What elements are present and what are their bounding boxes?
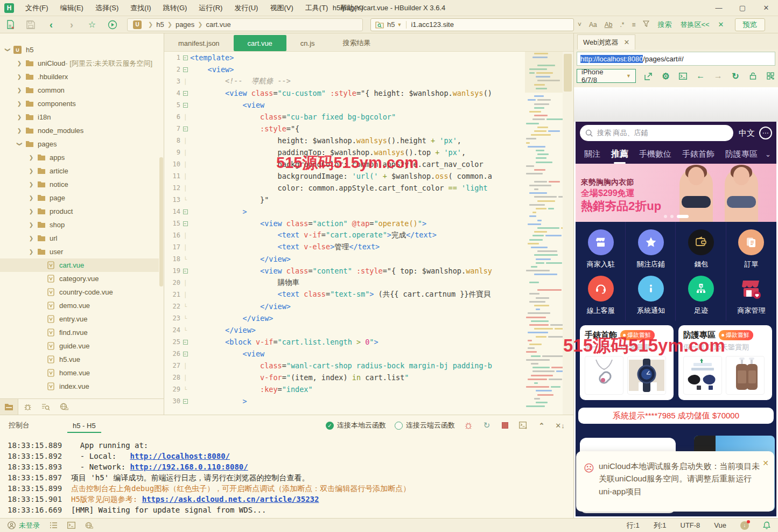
code-area[interactable]: 1−<template>2− <view>3│ <!-- 導航條 -->4− <… xyxy=(164,52,525,415)
app-nav-tab-手錶首飾[interactable]: 手錶首飾 xyxy=(682,149,714,159)
line-number[interactable]: 5 xyxy=(164,101,180,109)
code-line[interactable]: 15− <view class="action" @tap="operate()… xyxy=(164,218,525,229)
browser-tab[interactable]: Web浏览器 ✕ xyxy=(577,34,635,50)
code-line[interactable]: 18└ </view> xyxy=(164,253,525,265)
nav-expand-chevron-icon[interactable]: ⌄ xyxy=(765,150,773,158)
fold-marker-icon[interactable]: − xyxy=(180,127,190,131)
code-line[interactable]: 8│ height: $wanlshop.wanlsys().height + … xyxy=(164,135,525,146)
close-tab-icon[interactable]: ✕ xyxy=(624,38,630,46)
grid-item-系統通知[interactable]: 系統通知 xyxy=(626,276,676,316)
tree-item-article[interactable]: ❯article xyxy=(0,164,159,178)
refresh-icon[interactable]: ↻ xyxy=(731,71,740,81)
replace-area-button[interactable]: 替换区<< xyxy=(680,20,709,30)
code-line[interactable]: 5− <view xyxy=(164,99,525,111)
browser-forward-icon[interactable]: → xyxy=(713,71,723,81)
debug-bug-icon[interactable] xyxy=(464,421,473,430)
product-thumb-bottles[interactable] xyxy=(726,356,765,395)
tree-chevron-icon[interactable]: ❯ xyxy=(28,222,34,228)
grid-item-錢包[interactable]: 錢包 xyxy=(676,229,726,269)
line-number[interactable]: 11 xyxy=(164,172,180,180)
stop-icon[interactable] xyxy=(500,421,510,430)
collapse-find-icon[interactable]: ˅ xyxy=(578,21,581,29)
line-number[interactable]: 20 xyxy=(164,279,180,286)
tree-item-user[interactable]: ❯user xyxy=(0,245,159,258)
tree-item-i18n[interactable]: ❯i18n xyxy=(0,110,159,124)
tree-chevron-icon[interactable]: ❯ xyxy=(16,60,23,66)
line-number[interactable]: 24 xyxy=(164,326,180,334)
close-button[interactable]: ✕ xyxy=(754,0,778,16)
match-case-icon[interactable]: Aa xyxy=(589,21,597,29)
terminal-status-icon[interactable] xyxy=(67,522,75,529)
line-number[interactable]: 8 xyxy=(164,137,180,144)
code-line[interactable]: 25− <block v-if="cart.list.length > 0"> xyxy=(164,336,525,348)
clear-console-icon[interactable]: ✕↓ xyxy=(555,421,565,430)
tree-item-find-nvue[interactable]: find.nvue xyxy=(0,326,159,339)
tree-item-entry-vue[interactable]: entry.vue xyxy=(0,312,159,326)
login-status[interactable]: 未登录 xyxy=(8,521,40,530)
console-link[interactable]: http://192.168.0.110:8080/ xyxy=(130,463,248,473)
find-scope[interactable]: h5 xyxy=(387,20,395,29)
tree-chevron-icon[interactable]: ❯ xyxy=(16,87,23,93)
qr-code-icon[interactable] xyxy=(766,71,775,81)
app-nav-tab-推薦[interactable]: 推薦 xyxy=(611,149,628,160)
tree-chevron-icon[interactable]: ❯ xyxy=(28,249,34,255)
carousel-dot[interactable] xyxy=(664,215,667,218)
tree-item-notice[interactable]: ❯notice xyxy=(0,178,159,191)
devtools-console-icon[interactable] xyxy=(678,71,688,81)
fold-marker-icon[interactable]: − xyxy=(180,103,190,108)
language-mode-indicator[interactable]: Vue xyxy=(714,521,726,529)
bookmark-star-icon[interactable]: ☆ xyxy=(85,18,99,31)
line-number[interactable]: 7 xyxy=(164,125,180,132)
menu-item[interactable]: 文件(F) xyxy=(19,0,54,16)
cloud-globe-icon[interactable] xyxy=(85,522,93,529)
fold-marker-icon[interactable]: − xyxy=(180,209,190,214)
code-line[interactable]: 2− <view> xyxy=(164,64,525,75)
tree-item-home-vue[interactable]: home.vue xyxy=(0,366,159,380)
fold-marker-icon[interactable]: − xyxy=(180,221,190,226)
tree-chevron-icon[interactable]: ❯ xyxy=(17,141,23,148)
carousel-dot[interactable] xyxy=(670,215,674,218)
tree-item-common[interactable]: ❯common xyxy=(0,83,159,97)
code-line[interactable]: 10│ backgroundColor: common.appStyle.car… xyxy=(164,158,525,170)
carousel-dot-active[interactable] xyxy=(677,215,689,218)
code-line[interactable]: 9│ paddingTop: $wanlshop.wanlsys().top +… xyxy=(164,146,525,158)
system-notice[interactable]: 系統提示****7985 成功儲值 $70000 xyxy=(578,408,774,424)
code-line[interactable]: 1−<template> xyxy=(164,52,525,64)
line-number[interactable]: 4 xyxy=(164,89,180,97)
fold-marker-icon[interactable]: − xyxy=(180,352,190,356)
find-bar[interactable]: h5 ▼ i1.acc123.site xyxy=(370,18,574,31)
device-selector[interactable]: iPhone 6/7/8 ▼ xyxy=(577,69,636,83)
tree-item-index-vue[interactable]: index.vue xyxy=(0,380,159,393)
editor-tab-manifest-json[interactable]: manifest.json xyxy=(164,35,234,51)
menu-item[interactable]: 发行(U) xyxy=(228,0,264,16)
breadcrumb-folder[interactable]: pages xyxy=(176,20,194,29)
code-line[interactable]: 11│ backgroundImage: 'url(' + $wanlshop.… xyxy=(164,170,525,182)
notification-bell-icon[interactable] xyxy=(763,521,770,529)
code-line[interactable]: 22└ </view> xyxy=(164,300,525,312)
code-line[interactable]: 12│ color: common.appStyle.cart_font_col… xyxy=(164,182,525,194)
line-number[interactable]: 29 xyxy=(164,386,180,393)
tree-item-demo-vue[interactable]: demo.vue xyxy=(0,299,159,312)
update-notification-icon[interactable]: ↓ xyxy=(740,521,749,530)
editor-scrollbar-thumb[interactable] xyxy=(564,54,572,92)
line-number[interactable]: 28 xyxy=(164,374,180,381)
browser-back-icon[interactable]: ← xyxy=(696,71,705,81)
console-link[interactable]: https://ask.dcloud.net.cn/article/35232 xyxy=(142,495,319,506)
tree-chevron-icon[interactable]: ❯ xyxy=(16,114,23,120)
code-line[interactable]: 3│ <!-- 導航條 --> xyxy=(164,75,525,87)
line-number[interactable]: 18 xyxy=(164,255,180,263)
find-input[interactable]: i1.acc123.site xyxy=(411,20,454,29)
tree-item--hbuilderx[interactable]: ❯.hbuilderx xyxy=(0,70,159,83)
encoding-indicator[interactable]: UTF-8 xyxy=(681,521,700,529)
minimap[interactable] xyxy=(525,52,563,415)
close-find-icon[interactable]: ✕ xyxy=(718,20,724,29)
code-line[interactable]: 29└ :key="index" xyxy=(164,383,525,395)
menu-item[interactable]: 跳转(G) xyxy=(157,0,193,16)
tree-chevron-icon[interactable]: ❯ xyxy=(16,74,23,80)
settings-gear-icon[interactable]: ⚙ xyxy=(661,71,670,81)
regex-icon[interactable]: .* xyxy=(620,21,624,29)
grid-item-商家入駐[interactable]: 商家入駐 xyxy=(576,229,626,269)
tree-chevron-icon[interactable]: ❯ xyxy=(16,101,23,107)
tree-item-url[interactable]: ❯url xyxy=(0,232,159,245)
grid-item-關注店鋪[interactable]: 關注店鋪 xyxy=(626,229,676,269)
